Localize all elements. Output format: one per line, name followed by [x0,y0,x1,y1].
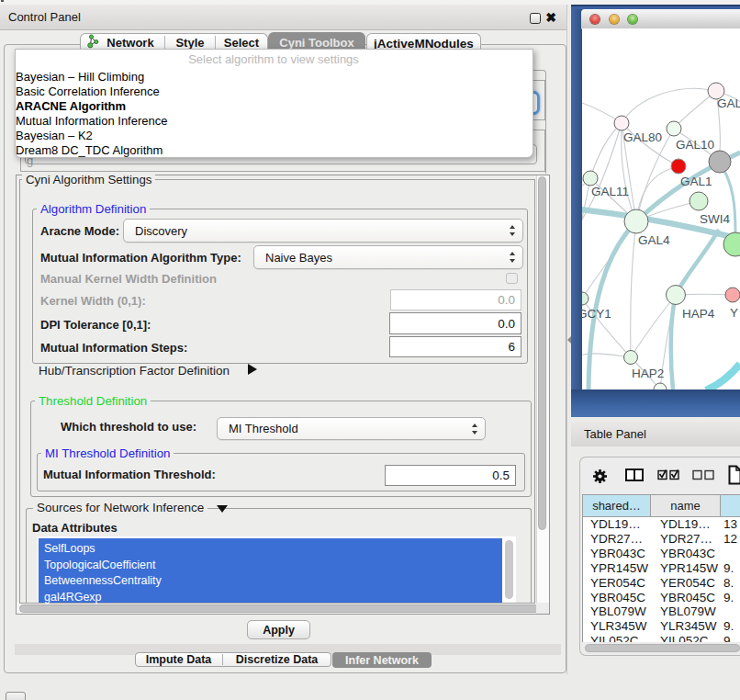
svg-text:GAL80: GAL80 [623,130,662,144]
svg-text:SWI4: SWI4 [700,212,730,226]
svg-text:GCY1: GCY1 [582,307,611,321]
svg-text:HAP4: HAP4 [682,307,715,321]
svg-text:GAL10: GAL10 [676,138,714,152]
svg-text:GAL1: GAL1 [680,175,712,188]
svg-text:Y: Y [730,306,738,320]
svg-text:GAL: GAL [717,96,740,110]
svg-text:HAP2: HAP2 [632,367,664,380]
svg-text:GAL11: GAL11 [591,185,629,198]
svg-text:GAL4: GAL4 [638,233,670,247]
